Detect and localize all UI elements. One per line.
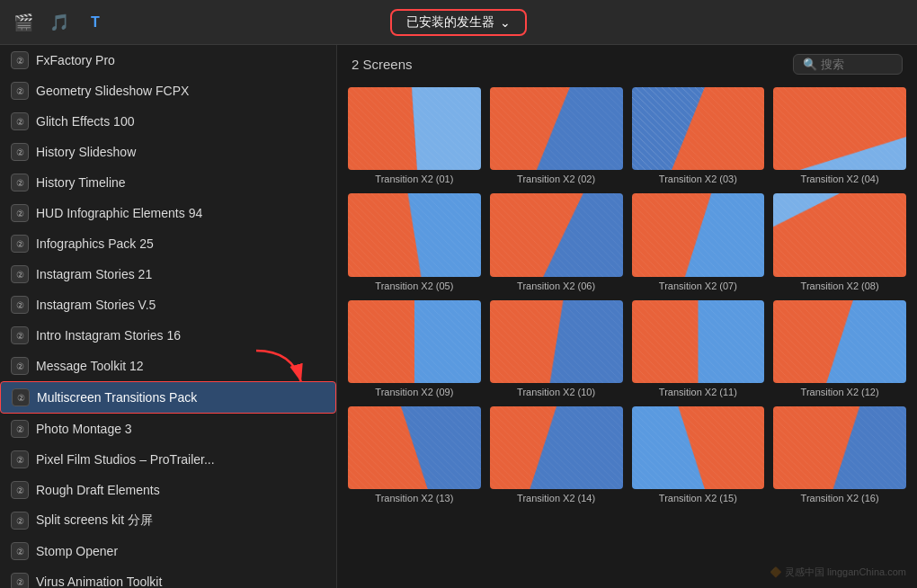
grid-item-9[interactable]: Transition X2 (09) — [348, 300, 481, 397]
grid-item-label-7: Transition X2 (07) — [632, 281, 765, 291]
thumb-canvas-6 — [490, 193, 623, 276]
thumb-canvas-12 — [773, 300, 906, 383]
grid-item-6[interactable]: Transition X2 (06) — [490, 193, 623, 290]
item-icon-stomp-opener: ② — [11, 542, 29, 560]
sidebar-item-multiscreen-transitions[interactable]: ②Multiscreen Transitions Pack — [0, 381, 336, 414]
thumb-canvas-10 — [490, 300, 623, 383]
sidebar-item-split-screens[interactable]: ②Split screens kit 分屏 — [0, 505, 336, 536]
sidebar-label-glitch-effects: Glitch Effects 100 — [36, 114, 325, 129]
star-icon[interactable]: 🎬 — [9, 8, 38, 37]
sidebar-item-instagram-stories-21[interactable]: ②Instagram Stories 21 — [0, 259, 336, 290]
grid-item-4[interactable]: Transition X2 (04) — [773, 87, 906, 184]
sidebar-label-hud-infographic: HUD Infographic Elements 94 — [36, 206, 325, 220]
thumbnail-14 — [490, 406, 623, 489]
thumbnail-8 — [773, 193, 906, 276]
thumbnail-4 — [773, 87, 906, 170]
grid-scroll: Transition X2 (01)Transition X2 (02)Tran… — [337, 80, 917, 588]
sidebar-label-virus-animation: Virus Animation Toolkit — [36, 575, 325, 588]
sidebar-item-fxfactory-pro[interactable]: ②FxFactory Pro — [0, 45, 336, 76]
thumb-canvas-4 — [773, 87, 906, 170]
sidebar-item-instagram-stories-v5[interactable]: ②Instagram Stories V.5 — [0, 290, 336, 320]
grid-item-label-2: Transition X2 (02) — [490, 174, 623, 184]
thumbnail-12 — [773, 300, 906, 383]
sidebar-item-infographics-pack[interactable]: ②Infographics Pack 25 — [0, 228, 336, 259]
grid-item-label-6: Transition X2 (06) — [490, 281, 623, 291]
grid-item-7[interactable]: Transition X2 (07) — [632, 193, 765, 290]
text-icon[interactable]: T — [81, 8, 110, 37]
thumb-canvas-11 — [632, 300, 765, 383]
thumb-canvas-13 — [348, 406, 481, 489]
grid-item-11[interactable]: Transition X2 (11) — [632, 300, 765, 397]
grid-item-label-16: Transition X2 (16) — [773, 493, 906, 503]
music-icon[interactable]: 🎵 — [45, 8, 74, 37]
sidebar-item-glitch-effects[interactable]: ②Glitch Effects 100 — [0, 106, 336, 137]
thumb-canvas-14 — [490, 406, 623, 489]
grid-item-2[interactable]: Transition X2 (02) — [490, 87, 623, 184]
grid-item-12[interactable]: Transition X2 (12) — [773, 300, 906, 397]
grid-item-label-8: Transition X2 (08) — [773, 281, 906, 291]
thumb-canvas-2 — [490, 87, 623, 170]
grid-item-label-1: Transition X2 (01) — [348, 174, 481, 184]
item-icon-multiscreen-transitions: ② — [12, 388, 30, 406]
search-box: 🔍 — [793, 54, 903, 75]
sidebar-item-history-timeline[interactable]: ②History Timeline — [0, 167, 336, 198]
sidebar-item-hud-infographic[interactable]: ②HUD Infographic Elements 94 — [0, 198, 336, 228]
grid-item-8[interactable]: Transition X2 (08) — [773, 193, 906, 290]
thumbnail-grid: Transition X2 (01)Transition X2 (02)Tran… — [348, 87, 906, 503]
sidebar-item-rough-draft[interactable]: ②Rough Draft Elements — [0, 475, 336, 505]
thumb-canvas-8 — [773, 193, 906, 276]
search-input[interactable] — [821, 58, 893, 71]
grid-item-14[interactable]: Transition X2 (14) — [490, 406, 623, 503]
grid-item-label-4: Transition X2 (04) — [773, 174, 906, 184]
thumb-canvas-5 — [348, 193, 481, 276]
sidebar-item-virus-animation[interactable]: ②Virus Animation Toolkit — [0, 566, 336, 588]
thumbnail-1 — [348, 87, 481, 170]
grid-item-1[interactable]: Transition X2 (01) — [348, 87, 481, 184]
grid-item-15[interactable]: Transition X2 (15) — [632, 406, 765, 503]
sidebar-item-history-slideshow[interactable]: ②History Slideshow — [0, 137, 336, 167]
grid-item-label-9: Transition X2 (09) — [348, 387, 481, 397]
item-icon-message-toolkit: ② — [11, 357, 29, 375]
grid-item-5[interactable]: Transition X2 (05) — [348, 193, 481, 290]
sidebar-item-geometry-slideshow[interactable]: ②Geometry Slideshow FCPX — [0, 76, 336, 106]
grid-item-16[interactable]: Transition X2 (16) — [773, 406, 906, 503]
sidebar-label-history-slideshow: History Slideshow — [36, 145, 325, 159]
right-header: 2 Screens 🔍 — [337, 45, 917, 80]
thumbnail-16 — [773, 406, 906, 489]
top-bar-icons: 🎬 🎵 T — [9, 8, 110, 37]
item-icon-history-timeline: ② — [11, 174, 29, 192]
thumb-canvas-3 — [632, 87, 765, 170]
search-icon: 🔍 — [803, 58, 817, 71]
sidebar-label-infographics-pack: Infographics Pack 25 — [36, 236, 325, 251]
sidebar-label-multiscreen-transitions: Multiscreen Transitions Pack — [37, 390, 325, 405]
sidebar-label-rough-draft: Rough Draft Elements — [36, 483, 325, 497]
thumbnail-15 — [632, 406, 765, 489]
sidebar-label-fxfactory-pro: FxFactory Pro — [36, 53, 325, 67]
grid-item-10[interactable]: Transition X2 (10) — [490, 300, 623, 397]
grid-item-3[interactable]: Transition X2 (03) — [632, 87, 765, 184]
item-icon-pixel-film-studios: ② — [11, 450, 29, 468]
sidebar-item-photo-montage[interactable]: ②Photo Montage 3 — [0, 414, 336, 444]
section-title: 2 Screens — [352, 57, 413, 72]
item-icon-intro-instagram: ② — [11, 326, 29, 344]
thumbnail-6 — [490, 193, 623, 276]
grid-item-label-10: Transition X2 (10) — [490, 387, 623, 397]
thumbnail-2 — [490, 87, 623, 170]
sidebar-item-stomp-opener[interactable]: ②Stomp Opener — [0, 536, 336, 566]
grid-item-label-11: Transition X2 (11) — [632, 387, 765, 397]
item-icon-photo-montage: ② — [11, 420, 29, 438]
sidebar-item-pixel-film-studios[interactable]: ②Pixel Film Studios – ProTrailer... — [0, 444, 336, 475]
sidebar-item-intro-instagram[interactable]: ②Intro Instagram Stories 16 — [0, 320, 336, 351]
grid-item-label-12: Transition X2 (12) — [773, 387, 906, 397]
item-icon-instagram-stories-21: ② — [11, 265, 29, 283]
grid-item-13[interactable]: Transition X2 (13) — [348, 406, 481, 503]
item-icon-infographics-pack: ② — [11, 235, 29, 253]
right-panel: 2 Screens 🔍 Transition X2 (01)Transition… — [337, 45, 917, 588]
main-content: ②FxFactory Pro②Geometry Slideshow FCPX②G… — [0, 45, 917, 588]
item-icon-geometry-slideshow: ② — [11, 82, 29, 100]
generator-dropdown[interactable]: 已安装的发生器 ⌄ — [390, 9, 527, 36]
sidebar-label-intro-instagram: Intro Instagram Stories 16 — [36, 328, 325, 343]
item-icon-virus-animation: ② — [11, 573, 29, 588]
sidebar-item-message-toolkit[interactable]: ②Message Toolkit 12 — [0, 351, 336, 381]
sidebar-label-message-toolkit: Message Toolkit 12 — [36, 359, 325, 373]
